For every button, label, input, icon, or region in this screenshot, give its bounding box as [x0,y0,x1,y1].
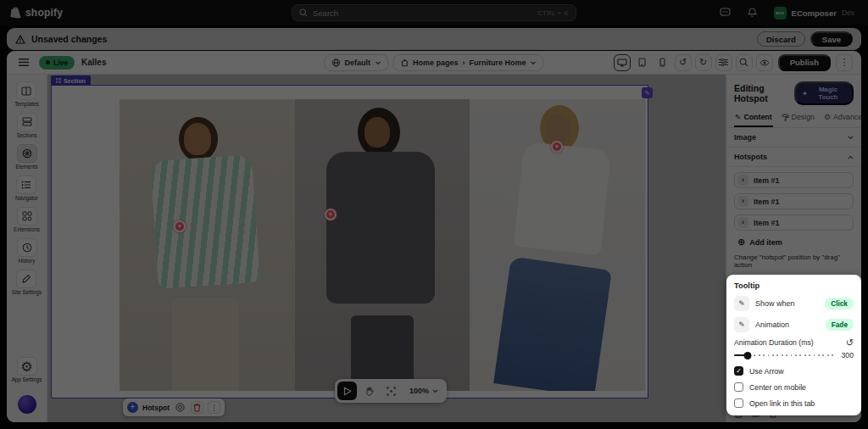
animation-value-badge[interactable]: Fade [826,319,854,331]
save-button[interactable]: Save [810,31,853,47]
open-link-tab-checkbox[interactable]: Open link in this tab [734,398,854,408]
global-settings-button[interactable] [715,54,732,71]
undo-icon: ↺ [679,57,687,68]
hotspots-section-toggle[interactable]: Hotspots [726,148,861,167]
plus-circle-icon: ⊕ [737,237,745,247]
delete-element-button[interactable] [191,401,203,414]
more-options-button[interactable]: ⋮ [836,54,853,71]
breadcrumb-separator: › [463,58,465,67]
slider-track[interactable] [734,350,837,359]
zoom-level-select[interactable]: 100% [403,387,444,395]
add-item-button[interactable]: ⊕ Add item [726,236,861,247]
sidebar-item-navigator[interactable]: Navigator [15,176,38,202]
gear-icon: ⚙ [20,359,32,375]
app-window: shopify Search CTRL + K eco ECompo [0,0,868,429]
magic-touch-button[interactable]: ✦ Magic Touch [794,81,854,105]
shopify-topbar: shopify Search CTRL + K eco ECompo [0,0,868,25]
sidebar-item-templates[interactable]: Templates [14,81,39,108]
menu-button[interactable] [15,54,32,71]
locale-selector[interactable]: Default [324,54,388,71]
save-to-library-button[interactable] [174,401,186,414]
home-icon [400,58,409,67]
canvas-area[interactable]: Section ✎ + + + [47,75,726,422]
hotspot-element-icon: + [127,402,138,413]
tab-content[interactable]: ✎ Content [734,110,773,127]
pencil-icon: ✎ [645,90,650,97]
image-section-toggle[interactable]: Image [726,128,861,148]
photo-model-left [120,99,295,391]
reset-icon[interactable]: ↺ [846,338,854,347]
extensions-icon [22,211,32,221]
sidebar-item-app-settings[interactable]: ⚙ App Settings [12,357,42,383]
hamburger-icon [19,58,29,66]
sidebar-item-elements[interactable]: Elements [15,144,37,170]
pan-mode-button[interactable] [359,382,379,400]
section-tag[interactable]: Section [51,75,91,86]
globe-icon [331,58,340,67]
chevron-right-icon: › [737,196,748,207]
redo-button[interactable]: ↻ [695,54,712,71]
device-desktop-button[interactable] [614,54,631,71]
hotspot-marker-1[interactable]: + [174,220,186,232]
discard-button[interactable]: Discard [757,31,805,47]
bell-icon [748,8,757,18]
sidebar-item-extensions[interactable]: Extensions [14,207,40,233]
user-avatar[interactable] [18,395,36,414]
workspace-menu[interactable]: eco EComposer Dev [771,5,858,21]
center-on-mobile-checkbox[interactable]: Center on mobile [734,382,854,392]
chevron-down-icon [848,136,854,140]
checkbox-checked-icon: ✓ [734,366,743,376]
pencil-icon: ✎ [735,113,741,121]
workspace-name: EComposer [792,8,837,18]
device-mobile-button[interactable] [654,54,671,71]
chevron-down-icon [375,61,381,65]
kebab-icon: ⋮ [210,404,218,412]
tooltip-settings-card: Tooltip ✎ Show when Click ✎ Animation Fa… [726,275,861,415]
show-when-value-badge[interactable]: Click [825,298,854,309]
sidebar-item-sections[interactable]: Sections [16,113,36,139]
hotspot-item-row[interactable]: › Item #1 [734,193,854,209]
section-edit-button[interactable]: ✎ [642,87,653,98]
use-arrow-checkbox[interactable]: ✓ Use Arrow [734,366,854,376]
search-placeholder: Search [313,8,532,18]
workspace-avatar: eco [774,7,787,20]
help-chat-button[interactable] [716,4,735,21]
chevron-down-icon [531,61,537,65]
page-breadcrumb-selector[interactable]: Home pages › Furniture Home [392,54,544,71]
hotspot-item-row[interactable]: › Item #1 [734,214,854,231]
drag-hint-text: Change "hotspot" position by "drag" acti… [726,247,861,274]
duration-slider[interactable]: 300 [734,350,854,359]
device-tablet-button[interactable] [634,54,651,71]
hotspot-marker-3[interactable]: + [551,141,563,153]
show-when-setting[interactable]: ✎ Show when Click [734,296,854,311]
trash-icon [193,404,201,412]
slider-thumb[interactable] [743,352,751,359]
sidebar-item-history[interactable]: History [17,238,37,265]
select-mode-button[interactable] [337,382,357,400]
hotspot-image[interactable]: + + + [120,99,645,391]
fit-screen-button[interactable] [381,382,401,400]
element-more-button[interactable]: ⋮ [208,401,220,414]
tab-advanced[interactable]: ⚙ Advanced [823,110,861,127]
redo-icon: ↻ [699,57,707,68]
preview-button[interactable] [756,54,773,71]
sliders-icon [719,58,728,66]
elements-icon [22,148,32,159]
hotspot-marker-2[interactable]: + [325,209,337,220]
hotspot-item-row[interactable]: › Item #1 [734,172,854,188]
mobile-icon [659,58,665,67]
search-shortcut: CTRL + K [537,9,569,17]
selected-section[interactable]: Section ✎ + + + [51,85,648,398]
zoom-tool-button[interactable] [736,54,753,71]
notifications-button[interactable] [743,4,762,21]
magnifier-icon [739,58,748,67]
undo-button[interactable]: ↺ [675,54,692,71]
global-search-input[interactable]: Search CTRL + K [292,4,576,21]
tab-design[interactable]: Design [781,110,815,127]
animation-setting[interactable]: ✎ Animation Fade [734,317,854,332]
editing-panel: Editing Hotspot ✦ Magic Touch ✎ Content … [726,75,861,422]
publish-button[interactable]: Publish [778,54,831,71]
save-library-icon [175,403,185,412]
hotspot-element-chip[interactable]: + Hotspot ⋮ [123,398,225,416]
sidebar-item-site-settings[interactable]: Site Settings [12,270,42,296]
